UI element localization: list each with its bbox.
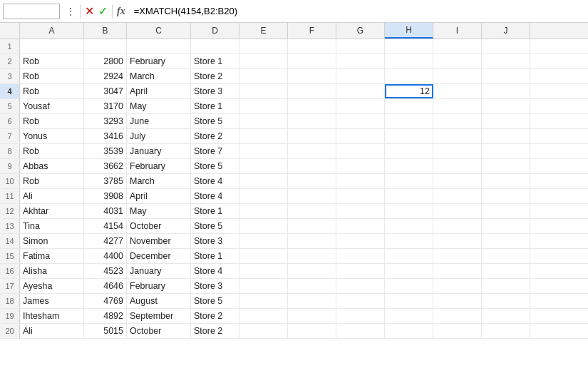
cell[interactable] bbox=[336, 279, 385, 293]
cell[interactable] bbox=[288, 69, 336, 83]
cell[interactable] bbox=[482, 309, 530, 323]
cell[interactable] bbox=[239, 234, 288, 248]
more-icon[interactable]: ⋮ bbox=[66, 6, 76, 17]
cell[interactable]: February bbox=[127, 279, 191, 293]
cell[interactable] bbox=[482, 174, 530, 188]
cell[interactable]: Ihtesham bbox=[20, 309, 84, 323]
col-header-j[interactable]: J bbox=[482, 23, 530, 39]
cell[interactable] bbox=[433, 234, 482, 248]
cell[interactable] bbox=[239, 39, 288, 53]
cell[interactable] bbox=[433, 294, 482, 308]
cell[interactable]: Ali bbox=[20, 189, 84, 203]
cell[interactable]: February bbox=[127, 54, 191, 68]
cell[interactable] bbox=[433, 309, 482, 323]
cell[interactable]: August bbox=[127, 294, 191, 308]
cell[interactable]: 4154 bbox=[84, 219, 127, 233]
cell[interactable] bbox=[239, 279, 288, 293]
cell[interactable] bbox=[288, 144, 336, 158]
cell[interactable] bbox=[288, 99, 336, 113]
cell[interactable] bbox=[239, 309, 288, 323]
cell[interactable] bbox=[336, 294, 385, 308]
cell[interactable]: Tina bbox=[20, 219, 84, 233]
cell[interactable]: Simon bbox=[20, 234, 84, 248]
cell[interactable] bbox=[385, 159, 433, 173]
cell[interactable] bbox=[433, 39, 482, 53]
col-header-f[interactable]: F bbox=[288, 23, 336, 39]
cell[interactable] bbox=[239, 204, 288, 218]
cell[interactable]: October bbox=[127, 324, 191, 338]
cell[interactable]: 3539 bbox=[84, 144, 127, 158]
cell[interactable] bbox=[385, 189, 433, 203]
cell[interactable]: Store 2 bbox=[191, 69, 239, 83]
cell[interactable] bbox=[191, 39, 239, 53]
cell[interactable]: Store 1 bbox=[191, 54, 239, 68]
cell[interactable]: May bbox=[127, 99, 191, 113]
cell-reference-box[interactable] bbox=[3, 4, 60, 19]
cell[interactable] bbox=[433, 324, 482, 338]
cell[interactable] bbox=[482, 249, 530, 263]
cell[interactable]: 3908 bbox=[84, 189, 127, 203]
cell[interactable] bbox=[336, 249, 385, 263]
cell[interactable] bbox=[433, 69, 482, 83]
cell[interactable]: Store 5 bbox=[191, 114, 239, 128]
cell[interactable] bbox=[239, 294, 288, 308]
cell[interactable]: Store 1 bbox=[191, 99, 239, 113]
cell[interactable] bbox=[433, 204, 482, 218]
confirm-icon[interactable]: ✓ bbox=[98, 4, 108, 18]
cell[interactable]: March bbox=[127, 69, 191, 83]
cell[interactable]: Store 5 bbox=[191, 219, 239, 233]
cell[interactable] bbox=[433, 99, 482, 113]
col-header-i[interactable]: I bbox=[433, 23, 482, 39]
cell[interactable] bbox=[288, 204, 336, 218]
cell[interactable] bbox=[288, 159, 336, 173]
cell[interactable] bbox=[433, 249, 482, 263]
cell[interactable] bbox=[433, 84, 482, 98]
cell[interactable] bbox=[239, 114, 288, 128]
cell[interactable] bbox=[385, 279, 433, 293]
cell[interactable] bbox=[482, 234, 530, 248]
cell[interactable] bbox=[336, 234, 385, 248]
cell[interactable]: Fatima bbox=[20, 249, 84, 263]
cell[interactable]: 5015 bbox=[84, 324, 127, 338]
cell[interactable] bbox=[239, 189, 288, 203]
cell[interactable] bbox=[385, 129, 433, 143]
cell[interactable] bbox=[239, 324, 288, 338]
cell[interactable] bbox=[433, 174, 482, 188]
cell[interactable]: 3293 bbox=[84, 114, 127, 128]
cell[interactable] bbox=[288, 84, 336, 98]
cell[interactable] bbox=[239, 99, 288, 113]
cell[interactable]: Abbas bbox=[20, 159, 84, 173]
cell[interactable] bbox=[288, 324, 336, 338]
cell[interactable] bbox=[385, 234, 433, 248]
cell[interactable]: June bbox=[127, 114, 191, 128]
cell[interactable] bbox=[288, 39, 336, 53]
cell[interactable]: January bbox=[127, 264, 191, 278]
cell[interactable] bbox=[385, 39, 433, 53]
col-header-a[interactable]: A bbox=[20, 23, 84, 39]
cell[interactable]: Store 2 bbox=[191, 309, 239, 323]
cell[interactable] bbox=[482, 279, 530, 293]
cell[interactable] bbox=[20, 39, 84, 53]
cell[interactable] bbox=[336, 84, 385, 98]
cell[interactable]: Store 5 bbox=[191, 159, 239, 173]
cell[interactable]: Store 4 bbox=[191, 264, 239, 278]
cell[interactable] bbox=[288, 54, 336, 68]
cell[interactable] bbox=[239, 219, 288, 233]
cell[interactable]: Store 5 bbox=[191, 294, 239, 308]
cell[interactable] bbox=[385, 204, 433, 218]
cell[interactable]: 2924 bbox=[84, 69, 127, 83]
cell[interactable] bbox=[336, 324, 385, 338]
cell[interactable]: 4892 bbox=[84, 309, 127, 323]
cell[interactable]: Rob bbox=[20, 69, 84, 83]
cell[interactable]: December bbox=[127, 249, 191, 263]
cell[interactable] bbox=[288, 114, 336, 128]
cell[interactable] bbox=[385, 324, 433, 338]
cell[interactable]: March bbox=[127, 174, 191, 188]
cell[interactable] bbox=[482, 39, 530, 53]
cell[interactable]: 3170 bbox=[84, 99, 127, 113]
cell[interactable]: 3662 bbox=[84, 159, 127, 173]
cell[interactable] bbox=[482, 324, 530, 338]
cell[interactable] bbox=[336, 264, 385, 278]
cancel-icon[interactable]: ✕ bbox=[85, 4, 94, 18]
cell[interactable]: 3047 bbox=[84, 84, 127, 98]
